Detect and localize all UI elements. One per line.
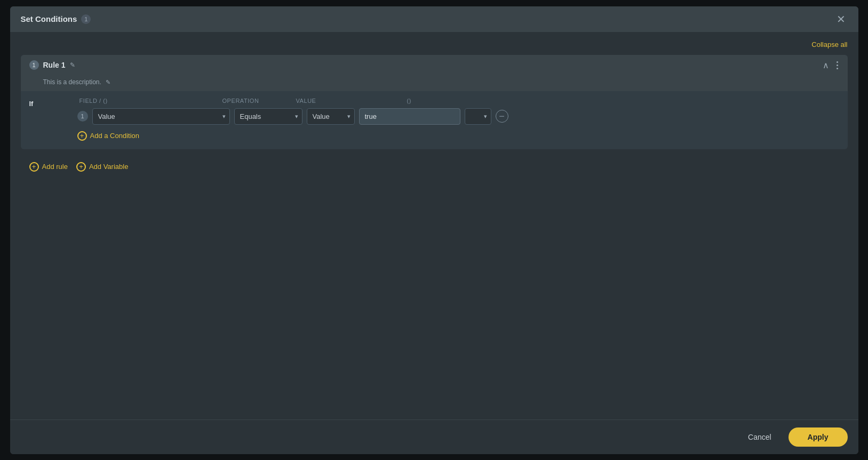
field-select[interactable]: Value Field Variable: [92, 108, 230, 125]
rule-description-row: This is a description. ✎: [21, 76, 848, 91]
modal-body: Collapse all 1 Rule 1 ✎ ∧: [10, 32, 858, 419]
rule-collapse-button[interactable]: ∧: [823, 60, 829, 70]
value-header: Value: [296, 98, 403, 104]
operation-header: Operation: [222, 98, 292, 104]
paren-header: (): [407, 98, 434, 104]
rule-menu-button[interactable]: [835, 60, 839, 70]
rule-name: Rule 1: [43, 61, 66, 69]
modal-container: Set Conditions 1 ✕ Collapse all 1 Ru: [10, 6, 858, 454]
rule-header: 1 Rule 1 ✎ ∧: [21, 55, 848, 76]
operation-select[interactable]: Equals Not Equals Contains Greater Than …: [234, 108, 302, 125]
modal-title-row: Set Conditions 1: [21, 14, 91, 24]
add-condition-icon: +: [77, 131, 87, 141]
operation-select-wrapper: Equals Not Equals Contains Greater Than …: [234, 108, 302, 125]
add-variable-label: Add Variable: [89, 163, 128, 171]
apply-button[interactable]: Apply: [789, 427, 848, 447]
add-variable-icon: +: [76, 162, 86, 172]
add-variable-button[interactable]: + Add Variable: [76, 162, 128, 172]
add-rule-label: Add rule: [42, 163, 68, 171]
rule-header-right: ∧: [823, 60, 839, 70]
value-type-select[interactable]: Value Field Variable: [307, 108, 355, 125]
value-type-select-wrapper: Value Field Variable: [307, 108, 355, 125]
value-extra-select-wrapper: [465, 108, 491, 125]
modal-title-badge: 1: [81, 14, 91, 24]
rule-body: If FIELD / () Operation Value () 1: [21, 91, 848, 149]
close-button[interactable]: ✕: [834, 14, 848, 25]
modal-overlay: Set Conditions 1 ✕ Collapse all 1 Ru: [0, 0, 868, 460]
rule-info-icon: 1: [29, 60, 39, 70]
menu-dot-3: [837, 68, 838, 69]
rule-description: This is a description.: [43, 78, 101, 86]
modal-header: Set Conditions 1 ✕: [10, 6, 858, 32]
rule-name-edit-icon[interactable]: ✎: [70, 61, 75, 69]
remove-condition-button[interactable]: −: [496, 110, 508, 123]
add-condition-button[interactable]: + Add a Condition: [77, 129, 140, 143]
rule-description-edit-icon[interactable]: ✎: [106, 79, 110, 85]
condition-row: 1 Value Field Variable: [77, 108, 839, 125]
conditions-header: FIELD / () Operation Value (): [77, 98, 839, 104]
rule-if-label: If: [21, 91, 69, 149]
rule-conditions: FIELD / () Operation Value () 1 Value: [69, 91, 848, 149]
value-extra-select[interactable]: [465, 108, 491, 125]
value-input[interactable]: [359, 108, 460, 125]
collapse-all-row: Collapse all: [21, 41, 848, 49]
add-rule-icon: +: [29, 162, 39, 172]
field-header: FIELD / (): [79, 98, 218, 104]
modal-footer: Cancel Apply: [10, 419, 858, 454]
condition-number: 1: [77, 111, 88, 122]
rule-card: 1 Rule 1 ✎ ∧: [21, 55, 848, 149]
collapse-all-button[interactable]: Collapse all: [811, 41, 847, 49]
footer-actions: + Add rule + Add Variable: [21, 156, 848, 178]
menu-dot-1: [837, 61, 838, 63]
cancel-button[interactable]: Cancel: [737, 429, 782, 446]
menu-dot-2: [837, 64, 838, 66]
field-select-wrapper: Value Field Variable: [92, 108, 230, 125]
rule-header-left: 1 Rule 1 ✎: [29, 60, 75, 70]
modal-title: Set Conditions: [21, 14, 77, 23]
add-rule-button[interactable]: + Add rule: [29, 162, 68, 172]
add-condition-label: Add a Condition: [90, 132, 140, 140]
